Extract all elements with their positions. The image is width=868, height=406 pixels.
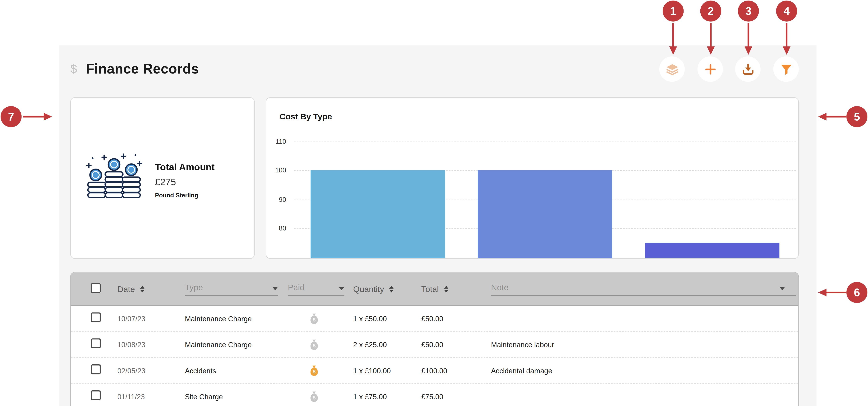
cell-total: £75.00 bbox=[417, 392, 487, 401]
filter-button[interactable] bbox=[773, 56, 799, 82]
column-date-label: Date bbox=[117, 284, 135, 294]
money-bag-icon: $ bbox=[309, 313, 319, 324]
dollar-icon: $ bbox=[70, 62, 77, 76]
svg-text:$: $ bbox=[313, 369, 315, 374]
cell-date: 10/07/23 bbox=[113, 314, 181, 323]
column-paid-filter[interactable]: Paid bbox=[288, 282, 344, 296]
cell-note: Maintenance labour bbox=[487, 340, 798, 349]
select-all-checkbox[interactable] bbox=[91, 283, 101, 293]
column-date[interactable]: Date bbox=[117, 284, 181, 294]
annotation-arrow-down bbox=[669, 23, 678, 55]
y-tick-label: 110 bbox=[266, 137, 286, 146]
column-total[interactable]: Total bbox=[421, 284, 487, 294]
y-tick-label: 80 bbox=[266, 224, 286, 233]
cell-quantity: 1 x £100.00 bbox=[349, 366, 417, 375]
download-button[interactable] bbox=[735, 56, 761, 82]
cell-total: £50.00 bbox=[417, 340, 487, 349]
annotation-arrow-left bbox=[817, 112, 847, 121]
plus-icon bbox=[703, 62, 717, 76]
row-checkbox[interactable] bbox=[91, 312, 101, 322]
cell-quantity: 1 x £50.00 bbox=[349, 314, 417, 323]
records-table: Date Type Paid Quantity bbox=[70, 272, 799, 406]
chevron-down-icon bbox=[779, 286, 785, 290]
page-title: Finance Records bbox=[86, 61, 199, 77]
annotation-arrow-down bbox=[782, 23, 791, 55]
chart-plot: 1101009080 bbox=[266, 98, 798, 258]
group-button[interactable] bbox=[659, 56, 685, 82]
annotation-marker-4: 4 bbox=[776, 1, 797, 22]
cell-type: Maintenance Charge bbox=[180, 314, 283, 323]
y-tick-label: 100 bbox=[266, 166, 286, 175]
svg-text:$: $ bbox=[313, 316, 315, 322]
annotation-arrow-down bbox=[706, 23, 715, 55]
total-amount-title: Total Amount bbox=[155, 162, 215, 173]
annotation-marker-7: 7 bbox=[1, 106, 22, 127]
table-row[interactable]: 01/11/23 Site Charge $ 1 x £75.00 £75.00 bbox=[71, 384, 798, 406]
sort-icon bbox=[444, 285, 448, 292]
chevron-down-icon bbox=[339, 286, 344, 290]
column-total-label: Total bbox=[421, 284, 439, 294]
chart-bar bbox=[310, 170, 445, 258]
annotation-arrow-left bbox=[817, 288, 847, 297]
column-type-label: Type bbox=[185, 282, 203, 292]
row-checkbox[interactable] bbox=[91, 338, 101, 348]
chart-bar bbox=[478, 170, 612, 258]
row-checkbox[interactable] bbox=[91, 390, 101, 400]
cell-total: £50.00 bbox=[417, 314, 487, 323]
column-note-filter[interactable]: Note bbox=[491, 282, 796, 296]
row-checkbox[interactable] bbox=[91, 364, 101, 374]
annotation-marker-3: 3 bbox=[738, 1, 759, 22]
finance-records-page: $ Finance Records bbox=[0, 0, 868, 406]
chevron-down-icon bbox=[272, 286, 278, 290]
cell-date: 02/05/23 bbox=[113, 366, 181, 375]
money-bag-icon: $ bbox=[309, 365, 319, 376]
sort-icon bbox=[389, 285, 394, 292]
annotation-marker-1: 1 bbox=[662, 1, 684, 22]
cell-quantity: 2 x £25.00 bbox=[349, 340, 417, 349]
table-row[interactable]: 10/08/23 Maintenance Charge $ 2 x £25.00… bbox=[71, 332, 798, 358]
filter-icon bbox=[779, 62, 793, 76]
column-type-filter[interactable]: Type bbox=[185, 282, 278, 296]
svg-text:$: $ bbox=[313, 343, 315, 348]
gridline bbox=[294, 141, 796, 142]
cell-quantity: 1 x £75.00 bbox=[349, 392, 417, 401]
annotation-marker-5: 5 bbox=[846, 106, 868, 127]
coins-illustration bbox=[85, 151, 143, 206]
total-amount-card: Total Amount £275 Pound Sterling bbox=[70, 97, 255, 259]
y-tick-label: 90 bbox=[266, 195, 286, 204]
column-quantity[interactable]: Quantity bbox=[353, 284, 417, 294]
add-record-button[interactable] bbox=[698, 56, 723, 82]
cell-note: Accidental damage bbox=[487, 366, 798, 375]
cost-by-type-card: Cost By Type 1101009080 bbox=[266, 97, 799, 259]
column-paid-label: Paid bbox=[288, 282, 305, 292]
cell-type: Accidents bbox=[180, 366, 283, 375]
total-amount-currency: Pound Sterling bbox=[155, 192, 215, 198]
chart-bar bbox=[645, 243, 779, 258]
column-note-label: Note bbox=[491, 282, 508, 292]
money-bag-icon: $ bbox=[309, 391, 319, 402]
cell-type: Site Charge bbox=[180, 392, 283, 401]
annotation-marker-6: 6 bbox=[846, 282, 868, 303]
column-quantity-label: Quantity bbox=[353, 284, 384, 294]
cell-total: £100.00 bbox=[417, 366, 487, 375]
download-icon bbox=[741, 62, 755, 76]
layers-icon bbox=[665, 62, 679, 76]
money-bag-icon: $ bbox=[309, 339, 319, 350]
svg-text:$: $ bbox=[313, 395, 315, 400]
table-header: Date Type Paid Quantity bbox=[71, 273, 798, 306]
cell-date: 01/11/23 bbox=[113, 392, 181, 401]
cell-type: Maintenance Charge bbox=[180, 340, 283, 349]
cell-date: 10/08/23 bbox=[113, 340, 181, 349]
annotation-arrow-right bbox=[23, 112, 53, 121]
annotation-arrow-down bbox=[744, 23, 753, 55]
table-row[interactable]: 02/05/23 Accidents $ 1 x £100.00 £100.00… bbox=[71, 358, 798, 384]
annotation-marker-2: 2 bbox=[700, 1, 721, 22]
total-amount-value: £275 bbox=[155, 177, 215, 188]
table-row[interactable]: 10/07/23 Maintenance Charge $ 1 x £50.00… bbox=[71, 306, 798, 332]
sort-icon bbox=[140, 285, 144, 292]
